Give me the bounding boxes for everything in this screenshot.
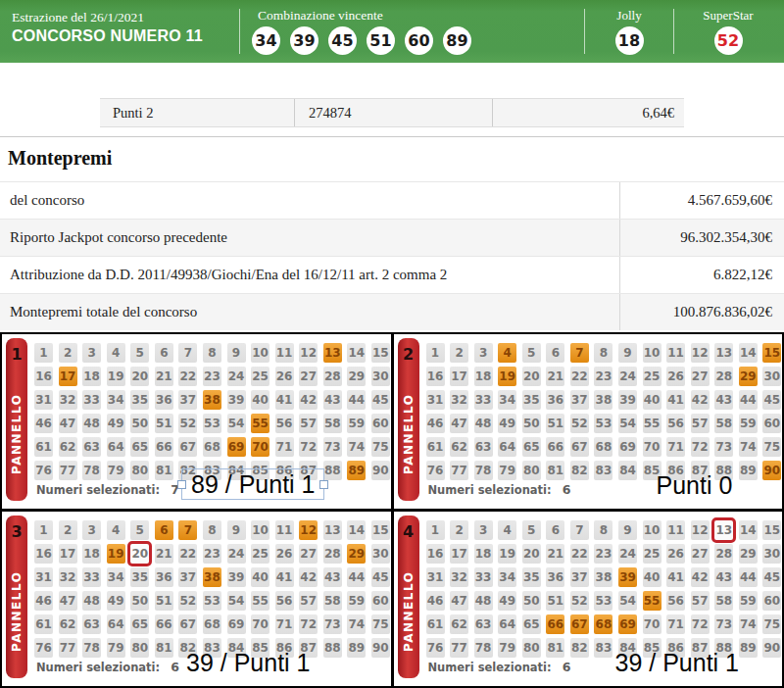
number-cell: 48 xyxy=(474,414,493,433)
number-cell: 40 xyxy=(643,390,662,410)
selected-count: 6 xyxy=(563,482,571,497)
number-cell: 61 xyxy=(426,614,445,634)
number-cell: 42 xyxy=(299,390,318,410)
number-cell: 44 xyxy=(739,567,758,587)
number-cell: 83 xyxy=(594,461,612,480)
annotation-selection-box[interactable]: 89 / Punti 1 xyxy=(181,468,324,500)
number-cell: 73 xyxy=(323,614,342,634)
selection-handle[interactable] xyxy=(177,480,186,489)
number-cell: 28 xyxy=(714,544,733,564)
number-cell: 59 xyxy=(739,414,758,433)
annotation-text[interactable]: 39 / Punti 1 xyxy=(186,648,310,677)
number-cell: 4 xyxy=(498,343,516,363)
number-cell: 40 xyxy=(643,567,662,587)
winning-number-ball: 39 xyxy=(290,26,318,55)
annotation-text[interactable]: 39 / Punti 1 xyxy=(615,648,739,677)
number-cell: 73 xyxy=(714,437,733,457)
number-cell: 23 xyxy=(594,367,612,386)
number-cell: 40 xyxy=(251,390,270,410)
number-cell: 41 xyxy=(666,567,685,587)
number-cell: 38 xyxy=(594,390,612,410)
number-cell: 68 xyxy=(594,614,612,634)
selection-handle[interactable] xyxy=(319,480,328,489)
number-cell: 12 xyxy=(691,343,710,363)
number-cell: 17 xyxy=(59,544,77,564)
montepremi-row-label: del concorso xyxy=(0,182,619,219)
number-cell: 2 xyxy=(450,520,468,540)
number-cell: 89 xyxy=(739,461,758,480)
number-cell: 75 xyxy=(762,614,781,634)
selected-count: 6 xyxy=(171,660,179,674)
numbers-grid: 1234567891011121314151617181920212223242… xyxy=(426,343,782,480)
annotation-text[interactable]: Punti 0 xyxy=(657,470,733,500)
number-cell: 32 xyxy=(450,390,468,410)
number-cell: 18 xyxy=(474,544,493,564)
number-cell: 56 xyxy=(666,414,685,433)
number-cell: 13 xyxy=(714,343,733,363)
number-cell: 66 xyxy=(546,614,564,634)
number-cell: 38 xyxy=(203,567,221,587)
winning-numbers: 343945516089 xyxy=(252,26,584,55)
number-cell: 81 xyxy=(155,461,173,480)
number-cell: 53 xyxy=(203,591,221,611)
number-cell: 8 xyxy=(203,520,221,540)
number-cell: 76 xyxy=(34,461,53,480)
number-cell: 82 xyxy=(570,461,589,480)
number-cell: 54 xyxy=(227,591,246,611)
number-cell: 10 xyxy=(251,520,270,540)
number-cell: 89 xyxy=(347,461,366,480)
number-cell: 27 xyxy=(691,544,710,564)
number-cell: 43 xyxy=(323,390,342,410)
number-cell: 13 xyxy=(323,520,342,540)
number-cell: 35 xyxy=(522,390,541,410)
number-cell: 31 xyxy=(426,567,445,587)
number-cell: 45 xyxy=(762,567,781,587)
number-cell: 10 xyxy=(251,343,270,363)
number-cell: 41 xyxy=(666,390,685,410)
number-cell: 55 xyxy=(251,414,270,433)
number-cell: 77 xyxy=(450,638,468,658)
number-cell: 37 xyxy=(570,567,589,587)
number-cell: 69 xyxy=(618,437,637,457)
number-cell: 49 xyxy=(498,591,516,611)
number-cell: 52 xyxy=(570,591,589,611)
number-cell: 31 xyxy=(426,390,445,410)
number-cell: 48 xyxy=(82,591,101,611)
numeri-selezionati-label: Numeri selezionati: xyxy=(36,483,160,497)
number-cell: 9 xyxy=(618,520,637,540)
number-cell: 14 xyxy=(739,520,758,540)
number-cell: 11 xyxy=(275,343,294,363)
number-cell: 90 xyxy=(371,461,390,480)
number-cell: 37 xyxy=(178,567,197,587)
number-cell: 42 xyxy=(691,390,710,410)
number-cell: 34 xyxy=(498,567,516,587)
number-cell: 77 xyxy=(59,461,77,480)
number-cell: 62 xyxy=(59,437,77,457)
number-cell: 71 xyxy=(666,437,685,457)
number-cell: 6 xyxy=(546,520,564,540)
numeri-selezionati-label: Numeri selezionati: xyxy=(428,483,552,497)
number-cell: 66 xyxy=(155,614,173,634)
number-cell: 29 xyxy=(347,544,366,564)
number-cell: 58 xyxy=(323,591,342,611)
prize-winners-count: 274874 xyxy=(294,99,492,126)
number-cell: 72 xyxy=(691,614,710,634)
montepremi-table: del concorso4.567.659,60€Riporto Jackpot… xyxy=(0,181,784,330)
number-cell: 11 xyxy=(666,343,685,363)
panel-ribbon: 3PANNELLO xyxy=(6,516,27,678)
number-cell: 71 xyxy=(275,437,294,457)
number-cell: 67 xyxy=(178,437,197,457)
number-cell: 21 xyxy=(546,544,564,564)
number-cell: 49 xyxy=(107,414,125,433)
number-cell: 25 xyxy=(643,544,662,564)
number-cell: 30 xyxy=(762,367,781,386)
number-cell: 80 xyxy=(130,638,149,658)
number-cell: 1 xyxy=(34,343,53,363)
number-cell: 68 xyxy=(203,437,221,457)
number-cell: 64 xyxy=(107,437,125,457)
number-cell: 47 xyxy=(450,591,468,611)
number-cell: 63 xyxy=(474,437,493,457)
number-cell: 32 xyxy=(59,567,77,587)
number-cell: 37 xyxy=(178,390,197,410)
number-cell: 45 xyxy=(371,567,390,587)
